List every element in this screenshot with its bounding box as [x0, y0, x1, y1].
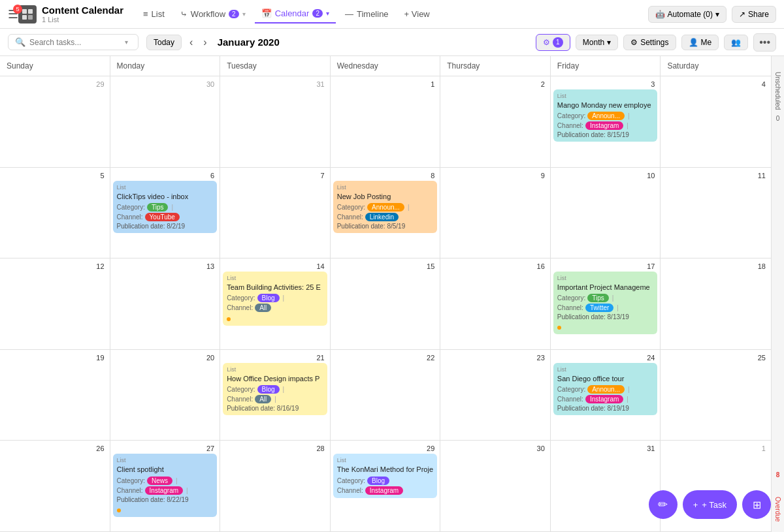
day-cell-jan-5[interactable]: 5 [0, 168, 110, 259]
month-title: January 2020 [218, 37, 280, 48]
day-cell-jan-30[interactable]: 30 [440, 441, 551, 532]
people-button[interactable]: 👥 [724, 35, 748, 50]
automate-button[interactable]: 🤖 Automate (0) ▾ [648, 6, 727, 23]
me-button[interactable]: 👤 Me [681, 35, 719, 50]
tab-timeline[interactable]: — Timeline [338, 5, 395, 23]
task-card-new-job[interactable]: List New Job Posting Category: Announ...… [333, 181, 438, 233]
day-cell-jan-2[interactable]: 2 [440, 76, 551, 168]
tab-calendar[interactable]: 📅 Calendar 2 ▾ [255, 5, 336, 23]
app-title: Content Calendar [42, 5, 123, 16]
task-card-mango-monday[interactable]: List Mango Monday new employe Category: … [553, 89, 658, 142]
grid-view-button[interactable]: ⊞ [742, 490, 771, 519]
task-card-clicktips[interactable]: List ClickTips video - inbox Category: T… [113, 181, 218, 233]
tab-list[interactable]: ≡ List [137, 5, 171, 23]
day-number: 13 [113, 261, 218, 272]
more-options-button[interactable]: ••• [753, 33, 776, 52]
day-cell-jan-25[interactable]: 25 [661, 350, 771, 441]
day-number: 5 [3, 170, 107, 181]
day-cell-jan-20[interactable]: 20 [110, 350, 221, 441]
task-list-label: List [227, 275, 323, 281]
task-channel: Channel: YouTube [117, 213, 214, 221]
day-cell-jan-3[interactable]: 3 List Mango Monday new employe Category… [551, 76, 661, 168]
day-cell-31-dec[interactable]: 31 [220, 76, 331, 168]
task-title: Client spotlight [117, 465, 214, 474]
day-cell-jan-4[interactable]: 4 [661, 76, 771, 168]
day-cell-jan-11[interactable]: 11 [661, 168, 771, 259]
task-card-client-spotlight[interactable]: List Client spotlight Category: News | C… [113, 454, 218, 516]
tab-add-view[interactable]: + View [398, 5, 436, 23]
day-cell-jan-14[interactable]: 14 List Team Building Activities: 25 E C… [220, 258, 331, 350]
day-cell-jan-27[interactable]: 27 List Client spotlight Category: News … [110, 441, 221, 532]
day-cell-jan-29[interactable]: 29 List The KonMari Method for Proje Cat… [331, 441, 441, 532]
user-icon: 👤 [689, 38, 698, 47]
overdue-label[interactable]: Overdue [773, 492, 783, 527]
day-cell-jan-31[interactable]: 31 [551, 441, 661, 532]
header-wednesday: Wednesday [331, 56, 441, 76]
day-number: 27 [113, 443, 218, 454]
day-cell-jan-23[interactable]: 23 [440, 350, 551, 441]
search-input[interactable] [29, 38, 121, 47]
day-cell-jan-10[interactable]: 10 [551, 168, 661, 259]
day-cell-jan-17[interactable]: 17 List Important Project Manageme Categ… [551, 258, 661, 350]
day-cell-jan-8[interactable]: 8 List New Job Posting Category: Announ.… [331, 168, 441, 259]
task-card-office-design[interactable]: List How Office Design impacts P Categor… [223, 363, 327, 415]
next-month-button[interactable]: › [201, 35, 209, 50]
day-cell-jan-26[interactable]: 26 [0, 441, 110, 532]
day-cell-jan-21[interactable]: 21 List How Office Design impacts P Cate… [220, 350, 331, 441]
category-badge: Announ... [587, 385, 625, 394]
day-number: 21 [223, 352, 327, 363]
day-cell-jan-28[interactable]: 28 [220, 441, 331, 532]
day-cell-jan-7[interactable]: 7 [220, 168, 331, 259]
hamburger-menu[interactable]: ☰ 5 [8, 7, 18, 22]
day-cell-jan-18[interactable]: 18 [661, 258, 771, 350]
search-box[interactable]: 🔍 ▾ [8, 34, 139, 50]
settings-icon: ⚙ [630, 38, 638, 47]
task-channel: Channel: Instagram | [557, 395, 654, 403]
day-number: 31 [553, 443, 658, 454]
day-number: 1 [333, 79, 438, 89]
day-cell-jan-19[interactable]: 19 [0, 350, 110, 441]
calendar-main: Sunday Monday Tuesday Wednesday Thursday… [0, 56, 771, 532]
share-icon: ↗ [739, 10, 745, 19]
task-list-label: List [117, 184, 214, 191]
header-right: 🤖 Automate (0) ▾ ↗ Share [648, 6, 776, 23]
day-cell-30-dec[interactable]: 30 [110, 76, 221, 168]
task-card-konmari[interactable]: List The KonMari Method for Proje Catego… [333, 454, 438, 497]
share-button[interactable]: ↗ Share [732, 6, 776, 23]
category-badge: Blog [257, 385, 280, 394]
settings-button[interactable]: ⚙ Settings [623, 35, 676, 50]
filter-button[interactable]: ⚙ 1 [536, 34, 570, 51]
day-number: 7 [223, 170, 327, 181]
day-cell-29-dec[interactable]: 29 [0, 76, 110, 168]
day-cell-jan-9[interactable]: 9 [440, 168, 551, 259]
day-cell-jan-24[interactable]: 24 List San Diego office tour Category: … [551, 350, 661, 441]
day-cell-jan-16[interactable]: 16 [440, 258, 551, 350]
edit-button[interactable]: ✏ [649, 490, 678, 519]
add-task-button[interactable]: + + Task [683, 490, 737, 519]
timeline-icon: — [345, 9, 353, 19]
category-badge: Announ... [367, 203, 404, 211]
task-card-san-diego[interactable]: List San Diego office tour Category: Ann… [553, 363, 658, 415]
day-cell-jan-6[interactable]: 6 List ClickTips video - inbox Category:… [110, 168, 221, 259]
task-card-team-building[interactable]: List Team Building Activities: 25 E Cate… [223, 272, 327, 326]
task-card-important-project[interactable]: List Important Project Manageme Category… [553, 272, 658, 334]
today-button[interactable]: Today [146, 35, 182, 50]
day-number: 8 [333, 170, 438, 181]
day-headers: Sunday Monday Tuesday Wednesday Thursday… [0, 56, 771, 76]
search-dropdown-icon[interactable]: ▾ [125, 39, 128, 46]
day-cell-jan-1[interactable]: 1 [331, 76, 441, 168]
channel-badge: Instagram [145, 486, 183, 495]
task-category: Category: Tips | [117, 203, 214, 211]
month-selector[interactable]: Month ▾ [576, 35, 618, 50]
day-cell-jan-12[interactable]: 12 [0, 258, 110, 350]
day-cell-jan-13[interactable]: 13 [110, 258, 221, 350]
day-cell-jan-15[interactable]: 15 [331, 258, 441, 350]
app-header: ☰ 5 Content Calendar 1 List ≡ List ⤷ Wor… [0, 0, 784, 29]
day-cell-jan-22[interactable]: 22 [331, 350, 441, 441]
prev-month-button[interactable]: ‹ [187, 35, 195, 50]
right-sidebar: Unscheduled 0 8 Overdue [771, 56, 784, 532]
tab-workflow[interactable]: ⤷ Workflow 2 ▾ [174, 5, 252, 23]
unscheduled-label[interactable]: Unscheduled [773, 67, 783, 115]
nav-tabs: ≡ List ⤷ Workflow 2 ▾ 📅 Calendar 2 ▾ — T… [137, 5, 436, 23]
svg-rect-2 [22, 15, 27, 20]
